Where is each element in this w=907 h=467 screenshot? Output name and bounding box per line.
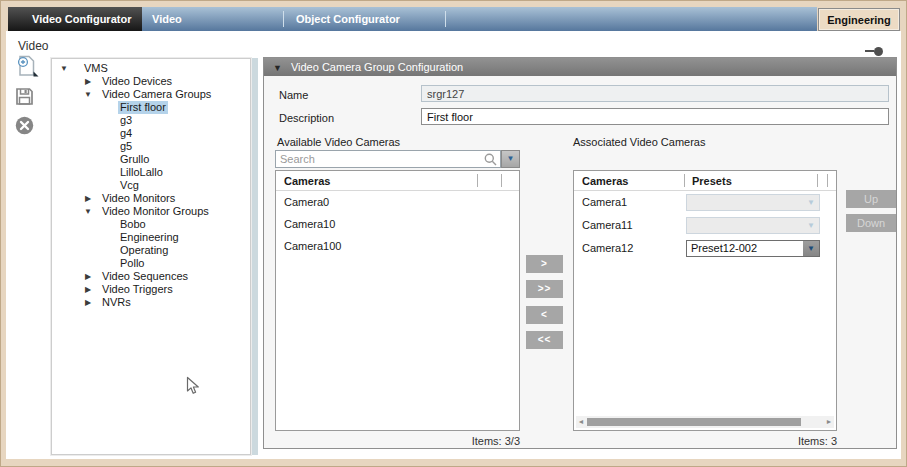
column-separator[interactable] <box>477 174 478 187</box>
remove-button[interactable]: < <box>526 306 563 324</box>
splitter[interactable] <box>252 58 258 455</box>
tree-item-label[interactable]: Video Devices <box>100 75 174 88</box>
horizontal-scrollbar[interactable]: ◄ ► <box>576 416 834 428</box>
tree-item-grullo[interactable]: Grullo <box>52 153 250 166</box>
tree-item-label[interactable]: g5 <box>118 140 134 153</box>
tree-expander-icon[interactable]: ▶ <box>82 296 94 309</box>
table-row[interactable]: Camera11 ▼ <box>574 214 836 237</box>
description-field[interactable] <box>421 108 889 125</box>
tree-item-pollo[interactable]: Pollo <box>52 257 250 270</box>
tree-item-label[interactable]: Video Triggers <box>100 283 175 296</box>
pin-icon[interactable] <box>865 44 883 56</box>
search-input[interactable] <box>275 150 501 168</box>
column-separator[interactable] <box>817 174 818 187</box>
column-separator[interactable] <box>684 174 685 187</box>
add-all-button[interactable]: >> <box>526 280 563 298</box>
search-filter-dropdown[interactable]: ▼ <box>501 150 520 168</box>
name-label: Name <box>279 89 308 101</box>
column-separator[interactable] <box>827 174 828 187</box>
chevron-down-icon: ▼ <box>807 244 815 253</box>
tree-item-g5[interactable]: g5 <box>52 140 250 153</box>
preset-select[interactable]: Preset12-002 ▼ <box>686 240 820 257</box>
cancel-button[interactable] <box>15 116 34 138</box>
vms-tree: ▼VMS ▶Video Devices ▼Video Camera Groups… <box>51 58 251 455</box>
tree-item-label[interactable]: Video Monitor Groups <box>100 205 211 218</box>
tree-item-operating[interactable]: Operating <box>52 244 250 257</box>
available-cameras-label: Available Video Cameras <box>277 136 400 148</box>
tree-item-video-sequences[interactable]: ▶Video Sequences <box>52 270 250 283</box>
tree-item-vcg[interactable]: Vcg <box>52 179 250 192</box>
tree-item-label[interactable]: Video Camera Groups <box>100 88 213 101</box>
tree-expander-icon[interactable]: ▶ <box>82 283 94 296</box>
tree-item-label-selected[interactable]: First floor <box>118 101 168 114</box>
tab-video-configurator[interactable]: Video Configurator <box>8 7 142 31</box>
scrollbar-thumb[interactable] <box>587 418 801 426</box>
tree-item-g4[interactable]: g4 <box>52 127 250 140</box>
tree-item-label[interactable]: Engineering <box>118 231 181 244</box>
remove-all-button[interactable]: << <box>526 331 563 349</box>
tree-item-video-camera-groups[interactable]: ▼Video Camera Groups <box>52 88 250 101</box>
tree-item-label[interactable]: NVRs <box>100 296 133 309</box>
tree-item-engineering[interactable]: Engineering <box>52 231 250 244</box>
tree-item-first-floor[interactable]: First floor <box>52 101 250 114</box>
list-item[interactable]: Camera10 <box>276 213 519 235</box>
tree-item-video-triggers[interactable]: ▶Video Triggers <box>52 283 250 296</box>
tree-expander-icon[interactable]: ▶ <box>82 270 94 283</box>
preset-select-disabled: ▼ <box>686 217 820 234</box>
add-button[interactable]: > <box>526 255 563 273</box>
presets-column-header: Presets <box>692 171 732 191</box>
tree-item-lillolallo[interactable]: LilloLallo <box>52 166 250 179</box>
scroll-left-icon[interactable]: ◄ <box>576 416 586 428</box>
tree-item-label[interactable]: Bobo <box>118 218 148 231</box>
preset-dropdown-button[interactable]: ▼ <box>803 241 819 256</box>
tree-item-label[interactable]: Vcg <box>118 179 141 192</box>
engineering-button[interactable]: Engineering <box>818 8 900 31</box>
new-item-button[interactable] <box>15 55 39 80</box>
scroll-right-icon[interactable]: ► <box>824 416 834 428</box>
cancel-icon <box>15 116 34 135</box>
tree-item-nvrs[interactable]: ▶NVRs <box>52 296 250 309</box>
table-row[interactable]: Camera12 Preset12-002 ▼ <box>574 237 836 260</box>
column-separator[interactable] <box>501 174 502 187</box>
tree-item-video-monitor-groups[interactable]: ▼Video Monitor Groups <box>52 205 250 218</box>
tab-separator <box>283 11 284 27</box>
tree-expander-icon[interactable]: ▶ <box>82 192 94 205</box>
tree-expander-icon[interactable]: ▼ <box>82 88 94 101</box>
tree-item-label[interactable]: Grullo <box>118 153 151 166</box>
camera-name: Camera11 <box>582 219 633 231</box>
tree-item-label[interactable]: Operating <box>118 244 170 257</box>
tree-expander-icon[interactable]: ▼ <box>82 205 94 218</box>
save-button[interactable] <box>15 87 34 109</box>
name-field[interactable] <box>421 85 889 102</box>
tree-item-label[interactable]: Video Sequences <box>100 270 190 283</box>
down-button[interactable]: Down <box>846 214 896 232</box>
cameras-column-header: Cameras <box>284 175 330 187</box>
breadcrumb: Video <box>18 39 48 53</box>
cameras-column-header: Cameras <box>582 175 628 187</box>
tree-item-label[interactable]: g4 <box>118 127 134 140</box>
up-button[interactable]: Up <box>846 190 896 208</box>
tree-item-label[interactable]: Pollo <box>118 257 146 270</box>
table-row[interactable]: Camera1 ▼ <box>574 191 836 214</box>
tree-expander-icon[interactable]: ▼ <box>58 62 70 75</box>
tree-expander-icon[interactable]: ▶ <box>82 75 94 88</box>
tree-item-label[interactable]: g3 <box>118 114 134 127</box>
list-item[interactable]: Camera100 <box>276 235 519 257</box>
tab-object-configurator[interactable]: Object Configurator <box>289 7 443 31</box>
content-area: Video ▼VMS <box>6 31 901 459</box>
description-label: Description <box>279 112 334 124</box>
tree-item-label[interactable]: Video Monitors <box>100 192 177 205</box>
preset-value: Preset12-002 <box>691 241 757 256</box>
mouse-cursor-icon <box>186 376 200 396</box>
collapse-section-icon[interactable]: ▼ <box>273 63 282 73</box>
list-item[interactable]: Camera0 <box>276 191 519 213</box>
tree-item-label[interactable]: VMS <box>82 62 110 75</box>
tree-item-bobo[interactable]: Bobo <box>52 218 250 231</box>
tree-item-video-monitors[interactable]: ▶Video Monitors <box>52 192 250 205</box>
tab-video[interactable]: Video <box>142 7 280 31</box>
search-icon <box>484 153 497 166</box>
tree-item-video-devices[interactable]: ▶Video Devices <box>52 75 250 88</box>
tree-item-g3[interactable]: g3 <box>52 114 250 127</box>
tree-item-vms[interactable]: ▼VMS <box>52 62 250 75</box>
tree-item-label[interactable]: LilloLallo <box>118 166 165 179</box>
